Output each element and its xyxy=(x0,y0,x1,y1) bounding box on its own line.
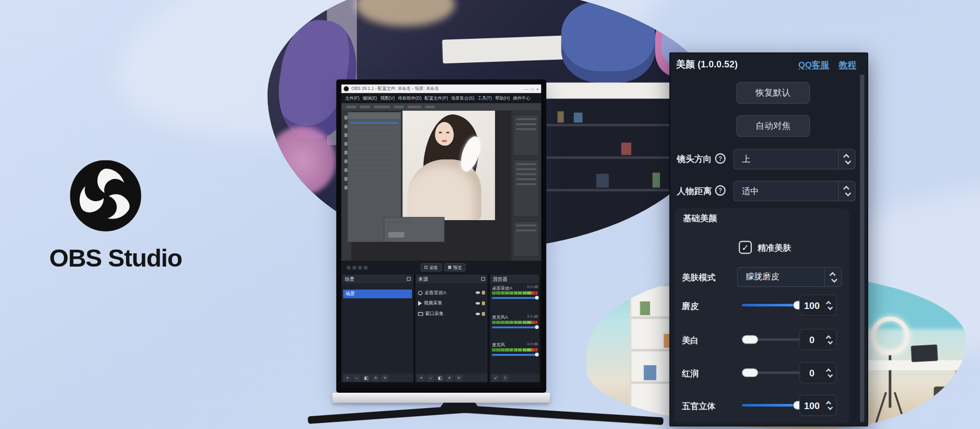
visibility-eye-icon[interactable] xyxy=(476,302,480,304)
monitor-screen: OBS 29.1.1 - 配置文件: 未命名 - 场景: 未命名 — □ × 文… xyxy=(341,84,542,388)
volume-slider[interactable] xyxy=(492,326,537,328)
menu-plugin-center[interactable]: 插件中心 xyxy=(513,95,530,101)
smoothing-value-box[interactable]: 100 xyxy=(799,295,837,316)
rosy-value-box[interactable]: 0 xyxy=(799,362,837,384)
scenes-toolbar: + − ◧ ˄ ˅ xyxy=(342,373,413,382)
value-stepper[interactable] xyxy=(824,335,836,344)
dialog-button[interactable] xyxy=(388,232,404,237)
select-spinner[interactable] xyxy=(838,150,855,169)
restore-default-button[interactable]: 恢复默认 xyxy=(736,82,810,104)
panel-scrollbar[interactable] xyxy=(860,75,865,422)
lock-icon[interactable] xyxy=(482,312,485,316)
mixer-channel-name: 麦克风A xyxy=(492,315,508,321)
dock-panes-icon xyxy=(407,277,410,280)
obs-app-icon xyxy=(344,86,349,91)
volume-slider-handle[interactable] xyxy=(535,296,538,299)
subject-distance-value: 适中 xyxy=(734,185,838,197)
lock-icon[interactable] xyxy=(482,291,485,294)
source-down-button[interactable]: ˅ xyxy=(455,374,462,381)
slider-handle[interactable] xyxy=(742,368,758,377)
menu-file[interactable]: 文件(F) xyxy=(345,95,359,101)
preview-tab-label: 预览 xyxy=(453,264,462,270)
mixer-channel-db: 0.0 dB xyxy=(527,342,538,346)
obs-window-titlebar: OBS 29.1.1 - 配置文件: 未命名 - 场景: 未命名 — □ × xyxy=(341,84,542,93)
skin-mode-select[interactable]: 朦胧磨皮 xyxy=(737,267,842,287)
remove-source-button[interactable]: − xyxy=(427,374,434,381)
select-spinner[interactable] xyxy=(838,181,855,201)
sources-toolbar: + − ◧ ˄ ˅ xyxy=(415,373,487,382)
monitor-stand-leg-left xyxy=(308,405,468,424)
photoshop-workspace xyxy=(341,111,542,261)
mixer-channel-db: 0.0 dB xyxy=(527,315,538,318)
scenes-dock: 场景 场景 + − ◧ ˄ ˅ xyxy=(341,274,414,383)
lock-icon[interactable] xyxy=(482,301,485,305)
mixer-advanced-button[interactable]: ! xyxy=(501,374,509,381)
source-row[interactable]: 桌面音效A xyxy=(417,288,486,297)
visibility-eye-icon[interactable] xyxy=(476,292,480,294)
scene-down-button[interactable]: ˅ xyxy=(381,374,389,381)
preview-tab[interactable]: 预览 xyxy=(445,264,466,272)
menu-scene-collection[interactable]: 场景集合(S) xyxy=(451,95,475,101)
beauty-panel-title: 美颜 (1.0.0.52) xyxy=(676,59,738,70)
add-source-button[interactable]: + xyxy=(418,374,425,381)
menu-view[interactable]: 视图(V) xyxy=(380,95,395,101)
facial-depth-label: 五官立体 xyxy=(682,401,716,412)
capture-tab[interactable]: 采集 xyxy=(421,264,442,272)
menu-edit[interactable]: 编辑(E) xyxy=(362,95,377,101)
preview-icon xyxy=(448,266,451,269)
scene-up-button[interactable]: ˄ xyxy=(372,374,380,381)
source-row[interactable]: 窗口采集 xyxy=(417,309,486,318)
remove-scene-button[interactable]: − xyxy=(353,374,361,381)
menu-docks[interactable]: 停靠部件(D) xyxy=(398,95,422,101)
source-up-button[interactable]: ˄ xyxy=(446,374,453,381)
minimize-button[interactable]: — xyxy=(524,87,529,91)
obs-statusbar xyxy=(341,383,542,388)
source-row[interactable]: 视频采集 xyxy=(417,299,486,307)
scenes-dock-title: 场景 xyxy=(345,275,355,282)
portrait-photo xyxy=(403,111,495,220)
help-icon[interactable]: ? xyxy=(715,153,726,164)
studio-desk xyxy=(855,360,966,370)
scene-item-selected[interactable]: 场景 xyxy=(343,290,412,298)
capture-tab-label: 采集 xyxy=(429,264,438,270)
close-button[interactable]: × xyxy=(536,87,538,91)
rosy-label: 红润 xyxy=(682,368,699,379)
scene-properties-button[interactable]: ◧ xyxy=(362,374,370,381)
volume-slider[interactable] xyxy=(492,354,537,356)
volume-slider-handle[interactable] xyxy=(535,353,538,356)
mixer-edit-button[interactable]: ✓ xyxy=(492,374,500,381)
menu-help[interactable]: 帮助(H) xyxy=(495,95,510,101)
slider-handle[interactable] xyxy=(742,335,758,344)
dock-panes-icon xyxy=(481,277,485,280)
menu-profile[interactable]: 配置文件(P) xyxy=(425,95,448,101)
value-stepper[interactable] xyxy=(824,368,836,377)
precise-skin-checkbox[interactable]: ✓ xyxy=(739,241,752,254)
value-stepper[interactable] xyxy=(824,400,836,410)
autofocus-button[interactable]: 自动对焦 xyxy=(736,115,810,137)
add-scene-button[interactable]: + xyxy=(344,374,351,381)
qq-support-link[interactable]: QQ客服 xyxy=(798,60,829,72)
value-stepper[interactable] xyxy=(824,300,836,309)
volume-slider-handle[interactable] xyxy=(535,325,538,329)
help-icon[interactable]: ? xyxy=(715,185,726,196)
scene-item-label: 场景 xyxy=(346,291,355,297)
visibility-eye-icon[interactable] xyxy=(476,313,480,315)
mixer-dock-title: 混音器 xyxy=(493,275,507,282)
maximize-button[interactable]: □ xyxy=(531,87,533,91)
photoshop-options-bar xyxy=(341,103,542,111)
facial-depth-value-box[interactable]: 100 xyxy=(799,395,837,416)
tutorial-link[interactable]: 教程 xyxy=(839,60,856,72)
rosy-value: 0 xyxy=(800,367,824,378)
camera-direction-select[interactable]: 上 xyxy=(733,149,855,169)
whitening-value-box[interactable]: 0 xyxy=(799,329,837,350)
promo-canvas: OBS Studio OBS 29.1.1 - 配置文件: 未命名 - 场景: … xyxy=(0,0,980,429)
obs-wordmark: OBS Studio xyxy=(31,244,200,272)
obs-menubar: 文件(F) 编辑(E) 视图(V) 停靠部件(D) 配置文件(P) 场景集合(S… xyxy=(341,93,542,103)
subject-distance-select[interactable]: 适中 xyxy=(733,181,855,201)
menu-tools[interactable]: 工具(T) xyxy=(478,95,492,101)
source-properties-button[interactable]: ◧ xyxy=(436,374,444,381)
select-spinner[interactable] xyxy=(824,268,841,287)
video-source-icon xyxy=(418,301,422,306)
basic-beauty-section-title: 基础美颜 xyxy=(683,213,717,225)
volume-slider[interactable] xyxy=(492,297,537,299)
